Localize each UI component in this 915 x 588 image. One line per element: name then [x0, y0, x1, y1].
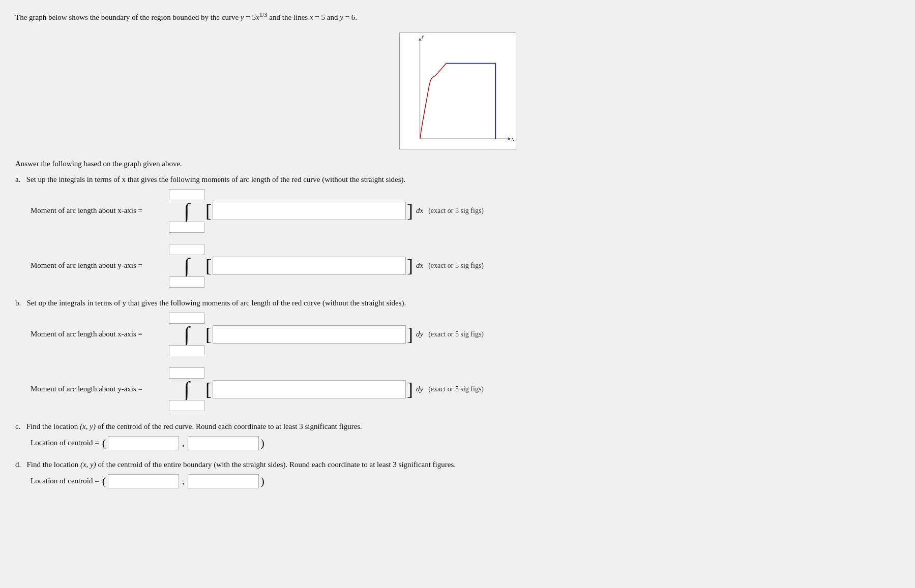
answer-section-intro: Answer the following based on the graph … [15, 160, 900, 168]
part-c-open-paren: ( [102, 437, 106, 450]
part-a-row2-label: Moment of arc length about y-axis = [31, 261, 168, 270]
part-a-row1-hint: (exact or 5 sig figs) [428, 207, 484, 215]
bracket-right-a2: ] [407, 257, 413, 275]
part-c-close-paren: ) [261, 437, 264, 450]
part-b-row1-label: Moment of arc length about x-axis = [31, 330, 168, 338]
bracket-left-a2: [ [205, 257, 212, 275]
part-d-label: d. Find the location (x, y) of the centr… [15, 460, 900, 469]
part-a-row1-diff: dx [416, 206, 423, 215]
part-c-comma: , [182, 438, 185, 448]
part-d-open-paren: ( [102, 475, 106, 488]
bracket-left-b1: [ [205, 325, 212, 344]
part-a-row1-bounds: ∫ [169, 189, 204, 233]
part-b-row2-bounds: ∫ [169, 367, 204, 411]
part-a-row1-label: Moment of arc length about x-axis = [31, 206, 168, 215]
part-b-row2: Moment of arc length about y-axis = ∫ [ … [31, 367, 900, 411]
svg-text:x: x [511, 136, 514, 142]
part-d-centroid-row: Location of centroid = ( , ) [31, 474, 900, 488]
graph-container: x y [15, 33, 900, 149]
svg-text:y: y [421, 33, 424, 39]
part-b-row1-integrand[interactable] [213, 325, 406, 344]
part-d-centroid-x[interactable] [108, 474, 179, 488]
part-b-row1-diff: dy [416, 330, 423, 338]
part-b-row2-label: Moment of arc length about y-axis = [31, 385, 168, 393]
part-a-row2-hint: (exact or 5 sig figs) [428, 262, 484, 270]
part-d-close-paren: ) [261, 475, 264, 488]
part-b-row1-lower[interactable] [169, 345, 204, 356]
part-a-row1-upper[interactable] [169, 189, 204, 200]
graph-svg: x y [400, 33, 516, 149]
bracket-right-b1: ] [407, 325, 413, 344]
part-b-row1-upper[interactable] [169, 313, 204, 324]
part-b-row2-lower[interactable] [169, 400, 204, 411]
part-c-label: c. Find the location (x, y) of the centr… [15, 422, 900, 431]
bracket-right-b2: ] [407, 380, 413, 398]
svg-marker-2 [508, 137, 511, 140]
part-b-row2-diff: dy [416, 385, 423, 393]
part-a-row2-diff: dx [416, 261, 423, 270]
part-b-row2-upper[interactable] [169, 367, 204, 379]
part-c-centroid-label: Location of centroid = [31, 439, 99, 447]
bracket-left-a1: [ [205, 202, 212, 220]
part-a-row2-upper[interactable] [169, 244, 204, 255]
bracket-right-a1: ] [407, 202, 413, 220]
part-d-comma: , [182, 476, 185, 486]
part-a-row1: Moment of arc length about x-axis = ∫ [ … [31, 189, 900, 233]
part-d-centroid-y[interactable] [188, 474, 259, 488]
part-b-row1-bounds: ∫ [169, 313, 204, 356]
part-b-label: b. Set up the integrals in terms of y th… [15, 299, 900, 307]
part-b-row1-hint: (exact or 5 sig figs) [428, 330, 484, 338]
part-a-row2: Moment of arc length about y-axis = ∫ [ … [31, 244, 900, 288]
part-a-row1-integrand[interactable] [213, 202, 406, 220]
part-c-centroid-row: Location of centroid = ( , ) [31, 436, 900, 450]
problem-statement: The graph below shows the boundary of th… [15, 10, 900, 23]
part-a-row2-lower[interactable] [169, 276, 204, 288]
part-c-centroid-y[interactable] [188, 436, 259, 450]
part-b-row2-hint: (exact or 5 sig figs) [428, 385, 484, 393]
part-a-label: a. Set up the integrals in terms of x th… [15, 175, 900, 184]
part-c-centroid-x[interactable] [108, 436, 179, 450]
part-d-centroid-label: Location of centroid = [31, 477, 99, 485]
bracket-left-b2: [ [205, 380, 212, 398]
part-b-row1: Moment of arc length about x-axis = ∫ [ … [31, 313, 900, 356]
part-a-row2-bounds: ∫ [169, 244, 204, 288]
part-b-row2-integrand[interactable] [213, 380, 406, 398]
part-a-row1-lower[interactable] [169, 222, 204, 233]
graph-box: x y [399, 33, 516, 149]
part-a-row2-integrand[interactable] [213, 257, 406, 275]
red-curve [420, 63, 446, 139]
